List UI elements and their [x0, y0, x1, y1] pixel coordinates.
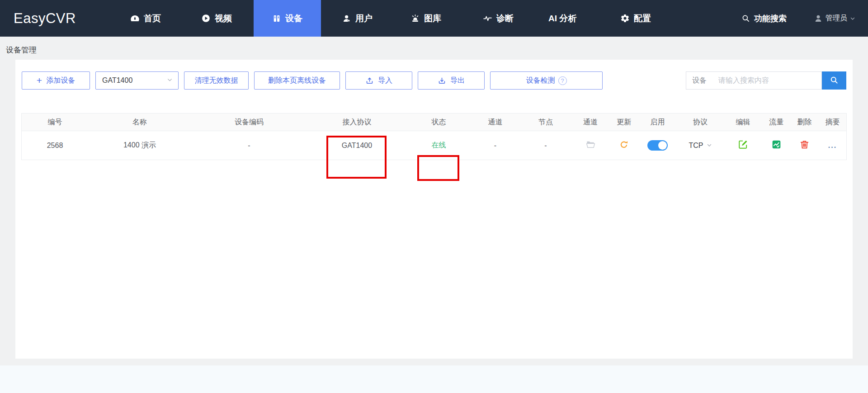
traffic-chart-icon	[771, 139, 782, 152]
nav-item-label: 设备	[285, 13, 302, 24]
nav-item-device-active[interactable]: 设备	[254, 0, 321, 37]
play-circle-icon	[201, 14, 211, 23]
refresh-device-button[interactable]	[609, 140, 638, 152]
search-box: 设备	[686, 71, 822, 90]
brand-logo: EasyCVR	[14, 0, 76, 37]
download-icon	[438, 76, 446, 85]
summary-more-button[interactable]: ...	[828, 142, 837, 150]
nav-item-video[interactable]: 视频	[201, 0, 232, 37]
header-node: 节点	[520, 118, 571, 127]
stream-protocol-value: TCP	[689, 142, 703, 150]
device-check-label: 设备检测	[526, 76, 555, 85]
gear-icon	[620, 14, 630, 23]
chevron-down-icon	[167, 76, 173, 85]
enable-cell	[638, 140, 677, 151]
nav-item-ai-analysis[interactable]: AI 分析	[548, 0, 576, 37]
delete-offline-label: 删除本页离线设备	[268, 76, 326, 85]
clean-invalid-label: 清理无效数据	[195, 76, 238, 85]
upload-icon	[365, 76, 374, 85]
trash-icon	[799, 139, 810, 152]
refresh-icon	[619, 140, 629, 152]
export-button[interactable]: 导出	[418, 71, 485, 90]
function-search-label: 功能搜索	[754, 13, 787, 24]
user-icon	[342, 14, 351, 23]
device-table: 编号 名称 设备编码 接入协议 状态 通道 节点 通道 更新 启用 协议 编辑 …	[21, 113, 847, 160]
cell-node: -	[520, 142, 571, 150]
search-button[interactable]	[822, 71, 846, 90]
chevron-down-icon	[850, 16, 855, 21]
function-search[interactable]: 功能搜索	[741, 0, 787, 37]
header-channel-open: 通道	[571, 118, 609, 127]
add-device-button[interactable]: + 添加设备	[22, 71, 90, 90]
toolbar: + 添加设备 GAT1400 清理无效数据 删除本页离线设备 导入	[22, 71, 846, 90]
admin-menu[interactable]: 管理员	[814, 0, 855, 37]
device-check-button[interactable]: 设备检测 ?	[490, 71, 603, 90]
pulse-icon	[483, 14, 492, 23]
import-button[interactable]: 导入	[345, 71, 412, 90]
cell-channels: -	[471, 142, 520, 150]
alarm-beacon-icon	[410, 14, 420, 23]
admin-label: 管理员	[826, 14, 847, 23]
protocol-filter-value: GAT1400	[102, 76, 132, 85]
delete-device-button[interactable]	[791, 139, 818, 152]
nav-item-label: 首页	[144, 13, 161, 24]
search-icon	[741, 14, 750, 23]
nav-item-label: 诊断	[496, 13, 514, 24]
nav-item-label: 视频	[215, 13, 232, 24]
table-header-row: 编号 名称 设备编码 接入协议 状态 通道 节点 通道 更新 启用 协议 编辑 …	[21, 113, 847, 131]
header-status: 状态	[407, 118, 471, 127]
help-icon: ?	[558, 76, 567, 85]
admin-avatar-icon	[814, 14, 823, 23]
page-background: 设备管理 + 添加设备 GAT1400 清理无效数据 删除本页离线设备	[0, 37, 868, 365]
stream-protocol-select[interactable]: TCP	[689, 142, 712, 150]
cell-device-code: -	[191, 142, 307, 150]
import-label: 导入	[378, 76, 392, 85]
enable-toggle[interactable]	[647, 140, 668, 151]
clean-invalid-data-button[interactable]: 清理无效数据	[184, 71, 249, 90]
top-navbar: EasyCVR 首页 视频 设备 用户 图库 诊断	[0, 0, 868, 37]
nav-item-label: AI 分析	[548, 13, 576, 24]
protocol-cell: TCP	[677, 142, 724, 150]
edit-icon	[738, 139, 748, 152]
open-channel-button[interactable]	[571, 139, 609, 152]
edit-device-button[interactable]	[724, 139, 762, 152]
export-label: 导出	[450, 76, 465, 85]
nav-item-label: 配置	[634, 13, 651, 24]
nav-item-config[interactable]: 配置	[620, 0, 651, 37]
nav-item-label: 图库	[424, 13, 441, 24]
summary-cell: ...	[818, 142, 847, 150]
traffic-stats-button[interactable]	[762, 139, 791, 152]
header-channels: 通道	[471, 118, 520, 127]
dashboard-icon	[130, 14, 140, 23]
nav-item-user[interactable]: 用户	[342, 0, 373, 37]
breadcrumb: 设备管理	[6, 45, 37, 55]
search-icon	[830, 76, 839, 86]
device-rack-icon	[272, 14, 281, 23]
header-device-code: 设备编码	[191, 118, 307, 127]
device-management-card: + 添加设备 GAT1400 清理无效数据 删除本页离线设备 导入	[15, 60, 853, 359]
table-row: 2568 1400 演示 - GAT1400 在线 - -	[21, 131, 847, 160]
status-badge: 在线	[407, 141, 471, 150]
nav-item-gallery[interactable]: 图库	[410, 0, 441, 37]
protocol-filter-select[interactable]: GAT1400	[95, 71, 179, 90]
header-update: 更新	[609, 118, 638, 127]
delete-offline-devices-button[interactable]: 删除本页离线设备	[254, 71, 340, 90]
nav-item-home[interactable]: 首页	[130, 0, 161, 37]
nav-item-label: 用户	[355, 13, 373, 24]
folder-icon	[585, 139, 596, 152]
search-input[interactable]	[718, 72, 821, 89]
chevron-down-icon	[707, 142, 712, 150]
search-group: 设备	[686, 71, 846, 90]
search-scope-label: 设备	[686, 76, 718, 85]
header-edit: 编辑	[724, 118, 762, 127]
header-summary: 摘要	[818, 118, 847, 127]
header-traffic: 流量	[762, 118, 791, 127]
add-device-label: 添加设备	[46, 76, 75, 85]
cell-access-protocol: GAT1400	[307, 142, 407, 150]
nav-item-diagnosis[interactable]: 诊断	[483, 0, 514, 37]
header-protocol: 协议	[677, 118, 724, 127]
header-name: 名称	[88, 118, 191, 127]
header-enable: 启用	[638, 118, 677, 127]
plus-icon: +	[37, 76, 42, 85]
header-access-protocol: 接入协议	[307, 118, 407, 127]
